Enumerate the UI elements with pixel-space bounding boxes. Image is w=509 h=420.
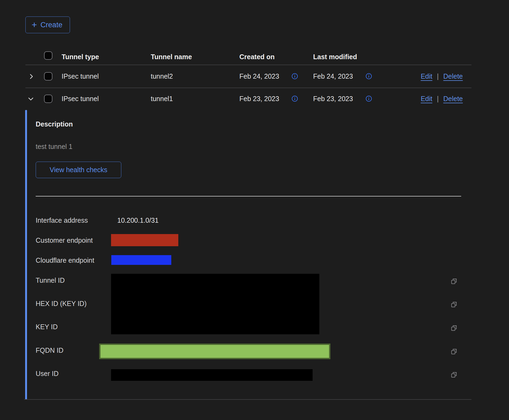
customer-endpoint-label: Customer endpoint: [36, 236, 93, 244]
tunnel-name-cell: tunnel1: [151, 95, 173, 103]
info-icon[interactable]: [365, 95, 372, 102]
copy-icon[interactable]: [450, 348, 458, 355]
hex-id-label: HEX ID (KEY ID): [36, 300, 86, 308]
info-icon[interactable]: [291, 95, 298, 102]
tunnel-type-cell: IPsec tunnel: [62, 72, 99, 80]
copy-icon[interactable]: [450, 324, 458, 332]
column-header-last-modified: Last modified: [313, 53, 357, 61]
row-actions: Edit | Delete: [421, 95, 463, 103]
created-on-cell: Feb 23, 2023: [239, 95, 279, 103]
chevron-right-icon[interactable]: [28, 73, 35, 80]
detail-divider: [36, 196, 461, 196]
ids-redaction: [111, 274, 319, 334]
column-header-tunnel-name: Tunnel name: [151, 53, 192, 61]
delete-link[interactable]: Delete: [443, 72, 463, 80]
tunnel-type-cell: IPsec tunnel: [62, 95, 99, 103]
copy-icon[interactable]: [450, 301, 458, 308]
user-id-redaction: [111, 369, 313, 381]
fqdn-id-redaction: [99, 344, 330, 359]
interface-address-label: Interface address: [36, 216, 88, 224]
customer-endpoint-redaction: [111, 234, 178, 246]
cloudflare-endpoint-label: Cloudflare endpoint: [36, 256, 94, 264]
created-on-cell: Feb 24, 2023: [239, 72, 279, 80]
description-value: test tunnel 1: [36, 143, 72, 151]
tunnel-name-cell: tunnel2: [151, 72, 173, 80]
row-checkbox[interactable]: [44, 72, 52, 81]
create-button-label: Create: [41, 21, 62, 29]
edit-link[interactable]: Edit: [421, 95, 432, 103]
cloudflare-endpoint-redaction: [111, 255, 171, 265]
table-row-tunnel1: IPsec tunnel tunnel1 Feb 23, 2023 Feb 23…: [25, 88, 471, 110]
edit-link[interactable]: Edit: [421, 72, 432, 80]
info-icon[interactable]: [365, 73, 372, 80]
last-modified-cell: Feb 23, 2023: [313, 95, 353, 103]
key-id-label: KEY ID: [36, 323, 58, 331]
copy-icon[interactable]: [450, 278, 458, 285]
row-actions: Edit | Delete: [421, 72, 463, 80]
fqdn-id-label: FQDN ID: [36, 346, 63, 354]
copy-icon[interactable]: [450, 371, 458, 378]
delete-link[interactable]: Delete: [443, 95, 463, 103]
table-row-tunnel2: IPsec tunnel tunnel2 Feb 24, 2023 Feb 24…: [25, 65, 471, 88]
row-checkbox[interactable]: [44, 95, 52, 103]
description-label: Description: [36, 120, 73, 128]
select-all-checkbox[interactable]: [44, 51, 52, 60]
last-modified-cell: Feb 24, 2023: [313, 72, 353, 80]
view-health-checks-button[interactable]: View health checks: [36, 162, 121, 178]
actions-separator: |: [437, 95, 439, 103]
create-button[interactable]: + Create: [25, 16, 70, 33]
tunnel-id-label: Tunnel ID: [36, 276, 65, 284]
expanded-row-bottom-divider: [24, 399, 471, 400]
actions-separator: |: [437, 72, 439, 80]
info-icon[interactable]: [291, 73, 298, 80]
expanded-row-accent-bar: [25, 110, 27, 399]
plus-icon: +: [32, 20, 37, 29]
user-id-label: User ID: [36, 370, 59, 378]
table-header: Tunnel type Tunnel name Created on Last …: [25, 45, 471, 65]
chevron-down-icon[interactable]: [27, 95, 35, 103]
ipsec-tunnels-page: + Create Tunnel type Tunnel name Created…: [0, 0, 509, 420]
column-header-created-on: Created on: [239, 53, 275, 61]
interface-address-value: 10.200.1.0/31: [117, 216, 159, 224]
column-header-tunnel-type: Tunnel type: [62, 53, 99, 61]
